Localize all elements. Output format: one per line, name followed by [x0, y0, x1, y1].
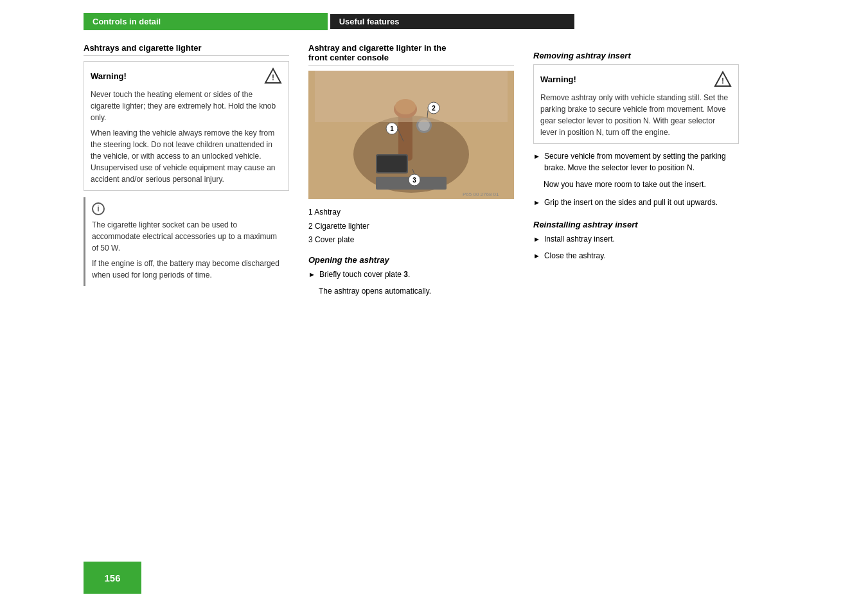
- col3-warning-text: Remove ashtray only with vehicle standin…: [540, 92, 732, 138]
- removing-title: Removing ashtray insert: [533, 51, 739, 60]
- info-icon: i: [92, 202, 105, 215]
- header-section: Controls in detail Useful features: [84, 13, 868, 30]
- reinstall-step1-text: Install ashtray insert.: [544, 233, 615, 245]
- arrow-icon-2: ►: [533, 151, 540, 162]
- reinstalling-title: Reinstalling ashtray insert: [533, 220, 739, 229]
- col3-step2: ► Grip the insert on the sides and pull …: [533, 197, 739, 208]
- page-container: Controls in detail Useful features Ashtr…: [0, 0, 868, 613]
- col1-warning-text: Never touch the heating element or sides…: [91, 89, 282, 185]
- header-black-label: Useful features: [330, 14, 574, 29]
- page-number: 156: [84, 562, 141, 594]
- col1-section-title: Ashtrays and cigarette lighter: [84, 43, 289, 56]
- svg-text:3: 3: [412, 177, 416, 184]
- arrow-icon-5: ►: [533, 251, 540, 262]
- reinstall-step1: ► Install ashtray insert.: [533, 233, 739, 245]
- reinstall-step2-text: Close the ashtray.: [544, 250, 606, 262]
- opening-note: The ashtray opens automatically.: [319, 285, 514, 297]
- column-2: Ashtray and cigarette lighter in the fro…: [308, 43, 514, 297]
- col3-step1: ► Secure vehicle from movement by settin…: [533, 150, 739, 173]
- opening-ashtray-title: Opening the ashtray: [308, 255, 514, 265]
- car-interior-image: 1 2 3 P65 00 2768 01: [308, 71, 514, 199]
- svg-text:!: !: [722, 76, 724, 85]
- image-caption: 1 Ashtray 2 Cigarette lighter 3 Cover pl…: [308, 206, 514, 247]
- svg-text:2: 2: [432, 105, 436, 112]
- opening-step-text: Briefly touch cover plate 3.: [319, 269, 410, 280]
- arrow-icon-4: ►: [533, 234, 540, 245]
- svg-text:1: 1: [390, 125, 394, 132]
- arrow-icon: ►: [308, 269, 315, 280]
- arrow-icon-3: ►: [533, 197, 540, 208]
- svg-rect-12: [315, 71, 508, 122]
- col3-warning-title: Warning!: [540, 75, 576, 84]
- content-area: Ashtrays and cigarette lighter Warning! …: [84, 43, 842, 297]
- col3-warning-box: Warning! ! Remove ashtray only with vehi…: [533, 64, 739, 144]
- svg-rect-8: [377, 155, 407, 172]
- column-3: Removing ashtray insert Warning! ! Remov…: [533, 43, 739, 297]
- col1-warning-icon: !: [264, 67, 282, 85]
- col3-warning-icon: !: [714, 70, 732, 88]
- column-1: Ashtrays and cigarette lighter Warning! …: [84, 43, 289, 297]
- col3-warning-header: Warning! !: [540, 70, 732, 88]
- col3-step1-text: Secure vehicle from movement by setting …: [544, 150, 739, 173]
- reinstall-step2: ► Close the ashtray.: [533, 250, 739, 262]
- col3-step1-note: Now you have more room to take out the i…: [544, 179, 739, 190]
- opening-step: ► Briefly touch cover plate 3.: [308, 269, 514, 280]
- col2-section-title: Ashtray and cigarette lighter in the fro…: [308, 43, 514, 66]
- svg-text:P65 00 2768 01: P65 00 2768 01: [463, 191, 499, 197]
- col1-warning-header: Warning! !: [91, 67, 282, 85]
- col1-info-text: The cigarette lighter socket can be used…: [92, 219, 283, 281]
- car-interior-svg: 1 2 3 P65 00 2768 01: [308, 71, 514, 199]
- svg-text:!: !: [272, 73, 274, 82]
- col3-step2-text: Grip the insert on the sides and pull it…: [544, 197, 718, 208]
- col1-info-box: i The cigarette lighter socket can be us…: [84, 197, 289, 286]
- header-green-label: Controls in detail: [84, 13, 328, 30]
- col1-warning-title: Warning!: [91, 71, 127, 81]
- col1-warning-box: Warning! ! Never touch the heating eleme…: [84, 61, 289, 191]
